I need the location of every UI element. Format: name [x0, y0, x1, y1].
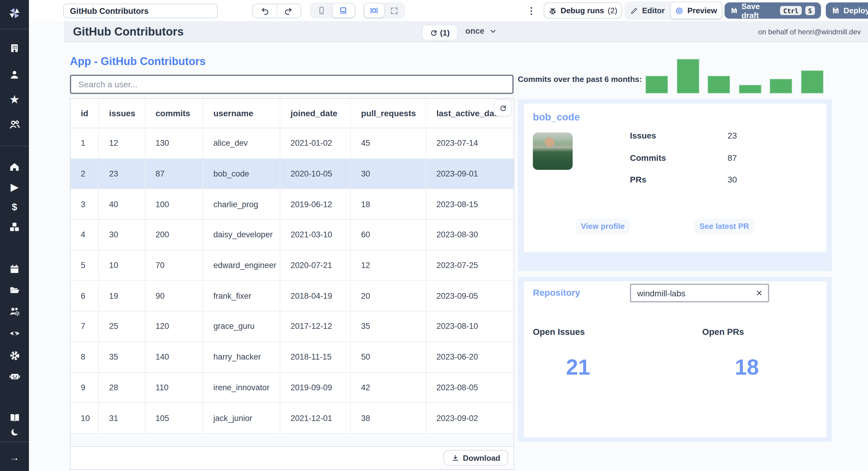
app-title-input[interactable]: [63, 4, 218, 18]
gear-icon[interactable]: [0, 348, 29, 363]
arrow-right-icon[interactable]: →: [0, 450, 29, 465]
table-cell: 2019-09-09: [280, 372, 351, 402]
app-refresh-button[interactable]: (1): [422, 25, 458, 40]
more-options-button[interactable]: ⋮: [527, 5, 536, 16]
table-row[interactable]: 61990frank_fixer2018-04-19202023-09-05: [70, 281, 514, 311]
table-cell: 2023-09-01: [426, 159, 514, 189]
clear-input-button[interactable]: [750, 289, 768, 297]
stat-row: Issues23: [630, 131, 811, 153]
stat-value: 23: [727, 131, 737, 140]
home-icon[interactable]: [0, 160, 29, 174]
table-cell: 3: [70, 190, 99, 219]
table-cell: 35: [99, 342, 145, 372]
close-icon: [755, 289, 763, 297]
users-gear-icon[interactable]: [0, 304, 29, 318]
download-button[interactable]: Download: [444, 450, 508, 466]
table-row[interactable]: 725120grace_guru2017-12-12352023-08-10: [70, 311, 514, 342]
table-cell: 2018-11-15: [280, 342, 351, 372]
view-profile-button[interactable]: View profile: [576, 218, 630, 234]
column-header: joined_date: [280, 99, 351, 128]
redo-button[interactable]: [277, 4, 301, 18]
kbd-s: S: [805, 6, 815, 15]
fullscreen-icon[interactable]: [384, 4, 404, 18]
open-issues-value: 21: [548, 355, 608, 380]
table-cell: 2020-10-05: [280, 159, 351, 189]
mobile-view-button[interactable]: [311, 4, 332, 18]
repository-input[interactable]: [631, 288, 750, 298]
stat-value: 87: [727, 153, 737, 162]
stat-row: Commits87: [630, 153, 811, 175]
debug-runs-count: (2): [608, 6, 617, 15]
table-cell: 100: [145, 190, 203, 219]
calendar-icon[interactable]: [0, 262, 29, 276]
save-draft-button[interactable]: Save draft Ctrl S: [724, 2, 821, 19]
boxes-icon[interactable]: [0, 220, 29, 234]
table-cell: frank_fixer: [203, 281, 280, 311]
search-input[interactable]: [70, 75, 514, 94]
table-cell: 40: [99, 190, 145, 219]
table-cell: 23: [99, 159, 145, 189]
table-cell: 45: [351, 128, 426, 158]
table-cell: 2023-08-15: [426, 190, 514, 219]
table-cell: jack_junior: [203, 403, 280, 433]
table-cell: alice_dev: [203, 128, 280, 158]
table-cell: 7: [70, 311, 99, 341]
repository-title: Repository: [533, 287, 580, 298]
table-cell: 1: [70, 128, 99, 158]
table-row[interactable]: 928110irene_innovator2019-09-09422023-08…: [70, 372, 514, 403]
repository-input-wrap: [630, 284, 769, 302]
undo-button[interactable]: [253, 4, 277, 18]
save-icon: [832, 7, 840, 14]
contributors-table: idissuescommitsusernamejoined_datepull_r…: [70, 98, 514, 470]
table-cell: 2023-09-05: [426, 281, 514, 311]
see-latest-pr-button[interactable]: See latest PR: [694, 218, 755, 234]
desktop-view-button[interactable]: [333, 4, 354, 18]
debug-runs-button[interactable]: Debug runs (2): [544, 2, 622, 19]
table-row[interactable]: 51070edward_engineer2020-07-21122023-07-…: [70, 250, 514, 281]
repository-card: Repository Open Issues Open PRs 21 18: [524, 281, 827, 437]
table-refresh-button[interactable]: [494, 99, 512, 116]
table-cell: 10: [99, 250, 145, 280]
table-row[interactable]: 430200daisy_developer2021-03-10602023-08…: [70, 220, 514, 250]
editor-tab[interactable]: Editor: [624, 6, 671, 15]
table-cell: 70: [145, 250, 203, 280]
folder-open-icon[interactable]: [0, 282, 29, 297]
sidebar-divider: [0, 29, 29, 30]
schedule-select[interactable]: once: [465, 27, 496, 36]
table-row[interactable]: 835140harry_hacker2018-11-15502023-06-20: [70, 342, 514, 372]
windmill-app-editor: ★ ▶ $: [0, 0, 868, 471]
table-cell: 2019-06-12: [280, 190, 351, 219]
table-cell: 2021-01-02: [280, 128, 351, 158]
table-cell: 2023-07-14: [426, 128, 514, 158]
column-header: issues: [99, 99, 145, 128]
play-icon[interactable]: ▶: [0, 180, 29, 195]
sidebar-divider: [0, 146, 29, 146]
chart-title: Commits over the past 6 months:: [518, 75, 642, 84]
table-row[interactable]: 112130alice_dev2021-01-02452023-07-14: [70, 128, 514, 159]
table-row[interactable]: 22387bob_code2020-10-05302023-09-01: [70, 159, 514, 189]
table-row[interactable]: 1031105jack_junior2021-12-01382023-09-02: [70, 403, 514, 433]
star-icon[interactable]: ★: [0, 92, 29, 107]
users-icon[interactable]: [0, 117, 29, 132]
table-cell: 30: [351, 159, 426, 189]
user-icon[interactable]: [0, 67, 29, 82]
kbd-ctrl: Ctrl: [780, 6, 802, 15]
table-cell: 30: [99, 220, 145, 250]
chevron-down-icon: [489, 27, 496, 35]
table-cell: edward_engineer: [203, 250, 280, 280]
table-row[interactable]: 340100charlie_prog2019-06-12182023-08-15: [70, 190, 514, 220]
book-open-icon[interactable]: [0, 410, 29, 425]
contributors-table-body: 112130alice_dev2021-01-02452023-07-14223…: [70, 128, 514, 434]
deploy-button[interactable]: Deploy: [826, 6, 868, 15]
preview-eye-icon: [675, 6, 684, 15]
centered-layout-button[interactable]: [364, 4, 384, 18]
dollar-icon[interactable]: $: [0, 200, 29, 214]
building-icon[interactable]: [0, 41, 29, 56]
windmill-logo-icon[interactable]: [0, 6, 29, 21]
preview-tab[interactable]: Preview: [671, 2, 721, 19]
table-cell: 110: [145, 372, 203, 402]
moon-icon[interactable]: [0, 425, 29, 439]
robot-icon[interactable]: [0, 369, 29, 383]
column-header: id: [70, 99, 99, 128]
eye-icon[interactable]: [0, 326, 29, 340]
